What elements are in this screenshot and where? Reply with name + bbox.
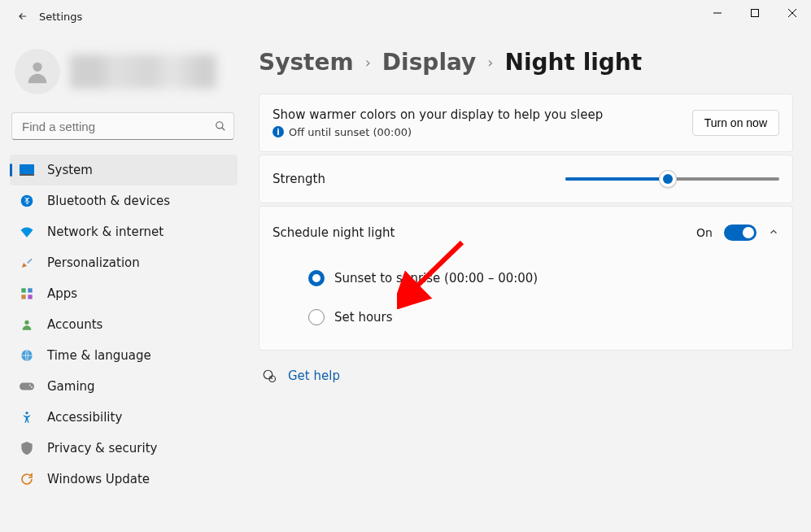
bluetooth-icon (20, 194, 34, 208)
sidebar-item-label: Time & language (47, 348, 151, 363)
sidebar-item-network[interactable]: Network & internet (10, 216, 238, 247)
back-button[interactable] (13, 7, 33, 26)
svg-rect-11 (28, 288, 32, 292)
apps-icon (20, 286, 34, 301)
radio-button-icon (308, 270, 325, 286)
main-content: System › Display › Night light Show warm… (246, 33, 801, 495)
svg-line-6 (222, 128, 225, 131)
radio-button-icon (308, 309, 325, 325)
breadcrumb-display[interactable]: Display (382, 49, 476, 76)
chevron-right-icon: › (487, 54, 493, 71)
sidebar-item-apps[interactable]: Apps (10, 278, 238, 309)
sidebar-item-gaming[interactable]: Gaming (10, 371, 238, 402)
breadcrumb: System › Display › Night light (259, 49, 793, 76)
svg-point-18 (31, 386, 33, 388)
avatar (15, 49, 60, 94)
sidebar-item-time-language[interactable]: Time & language (10, 340, 238, 371)
sidebar-item-personalization[interactable]: Personalization (10, 247, 238, 278)
search-icon (215, 120, 226, 132)
maximize-button[interactable] (736, 0, 774, 26)
svg-rect-7 (20, 164, 34, 174)
window-controls (699, 0, 811, 26)
svg-point-5 (216, 122, 223, 129)
nav-list: System Bluetooth & devices Network & int… (10, 155, 238, 495)
sidebar-item-bluetooth[interactable]: Bluetooth & devices (10, 185, 238, 216)
search-input[interactable] (11, 112, 234, 140)
privacy-icon (20, 441, 34, 456)
info-icon: i (273, 126, 284, 137)
schedule-title: Schedule night light (273, 225, 395, 240)
sidebar-item-label: Gaming (47, 379, 95, 394)
sidebar-item-label: Apps (47, 286, 77, 301)
minimize-button[interactable] (699, 0, 736, 26)
svg-line-22 (271, 377, 273, 379)
sidebar-item-accounts[interactable]: Accounts (10, 309, 238, 340)
accounts-icon (20, 317, 34, 332)
sidebar-item-windows-update[interactable]: Windows Update (10, 464, 238, 495)
user-name-redacted (70, 55, 216, 89)
chevron-right-icon: › (365, 54, 371, 71)
sidebar-item-label: Accounts (47, 317, 102, 332)
svg-point-4 (33, 63, 41, 72)
sidebar-item-label: Bluetooth & devices (47, 194, 170, 208)
intro-card: Show warmer colors on your display to he… (259, 94, 793, 152)
svg-rect-10 (21, 288, 25, 292)
accessibility-icon (20, 410, 34, 425)
time-language-icon (20, 348, 34, 363)
sidebar: System Bluetooth & devices Network & int… (10, 33, 246, 495)
sidebar-item-privacy[interactable]: Privacy & security (10, 433, 238, 464)
schedule-toggle[interactable] (724, 225, 756, 241)
system-icon (20, 163, 34, 177)
sidebar-item-label: Accessibility (47, 410, 122, 425)
sidebar-item-label: Personalization (47, 255, 140, 270)
svg-point-17 (29, 384, 31, 386)
help-row: Get help (259, 368, 793, 383)
radio-label: Set hours (334, 310, 393, 325)
sidebar-item-system[interactable]: System (10, 155, 238, 185)
gaming-icon (20, 379, 34, 394)
sidebar-item-label: Privacy & security (47, 441, 157, 456)
svg-rect-13 (28, 294, 32, 299)
titlebar: Settings (0, 0, 811, 33)
help-icon (262, 368, 277, 383)
breadcrumb-system[interactable]: System (259, 49, 354, 76)
toggle-label: On (696, 226, 713, 239)
get-help-link[interactable]: Get help (288, 368, 340, 383)
close-button[interactable] (774, 0, 811, 26)
sidebar-item-label: System (47, 163, 93, 177)
svg-rect-12 (21, 294, 25, 299)
windows-update-icon (20, 472, 34, 486)
page-title: Night light (504, 49, 642, 76)
radio-set-hours[interactable]: Set hours (308, 309, 779, 325)
svg-rect-1 (752, 10, 759, 17)
svg-point-14 (24, 321, 28, 325)
turn-on-now-button[interactable]: Turn on now (692, 110, 779, 136)
sidebar-item-label: Windows Update (47, 472, 150, 486)
expand-chevron-icon[interactable] (768, 226, 779, 240)
network-icon (20, 225, 34, 239)
svg-point-19 (25, 412, 28, 414)
strength-card: Strength (259, 155, 793, 203)
radio-sunset-sunrise[interactable]: Sunset to sunrise (00:00 – 00:00) (308, 270, 779, 286)
radio-label: Sunset to sunrise (00:00 – 00:00) (334, 271, 538, 286)
schedule-card: Schedule night light On Sunset to sunris… (259, 206, 793, 351)
user-account-row[interactable] (10, 49, 238, 94)
sidebar-item-accessibility[interactable]: Accessibility (10, 402, 238, 433)
intro-title: Show warmer colors on your display to he… (273, 106, 603, 124)
strength-label: Strength (273, 172, 549, 186)
personalization-icon (20, 255, 34, 270)
sidebar-item-label: Network & internet (47, 225, 164, 239)
strength-slider[interactable] (565, 177, 779, 181)
intro-subtitle: Off until sunset (00:00) (289, 124, 412, 141)
window-title: Settings (39, 11, 82, 23)
slider-thumb[interactable] (660, 171, 676, 187)
svg-rect-8 (20, 174, 34, 176)
